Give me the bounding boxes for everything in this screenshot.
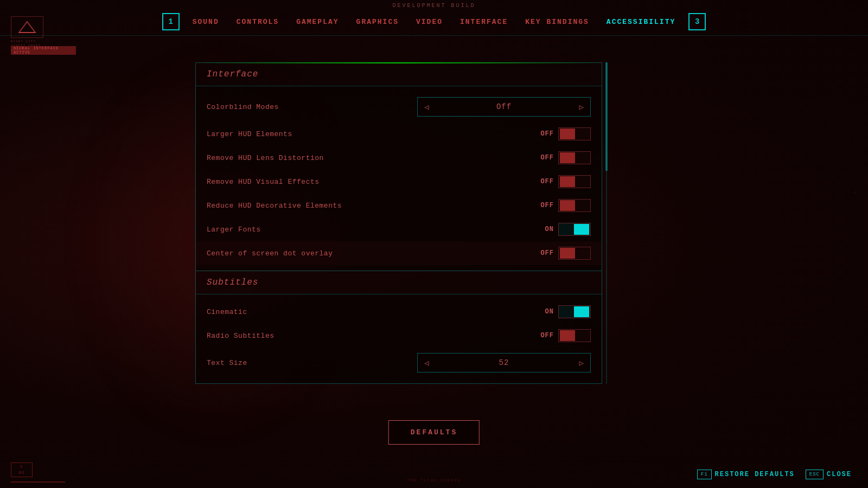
radio-subtitles-label: Radio Subtitles (207, 332, 538, 340)
text-size-value: 52 (435, 358, 572, 367)
nav-item-controls[interactable]: CONTROLS (228, 14, 288, 30)
colorblind-arrow-right[interactable]: ▷ (573, 98, 590, 116)
restore-defaults-label: Restore Defaults (715, 471, 795, 478)
nav-item-key-bindings[interactable]: KEY BINDINGS (516, 14, 598, 30)
bottom-action-bar: F1 Restore Defaults ESC Close (0, 461, 868, 488)
colorblind-label: Colorblind Modes (207, 103, 417, 111)
cinematic-toggle[interactable] (558, 305, 591, 318)
setting-row-larger-hud: Larger HUD Elements OFF (196, 122, 602, 146)
larger-hud-toggle-label: OFF (538, 130, 554, 138)
dev-build-label: DEVELOPMENT BUILD (392, 3, 475, 9)
colorblind-selector[interactable]: ◁ Off ▷ (417, 97, 591, 117)
hud-lens-control: OFF (538, 151, 591, 164)
section-subtitles: Subtitles Cinematic ON Radio Subtitles O… (195, 271, 602, 384)
nav-item-graphics[interactable]: GRAPHICS (348, 14, 407, 30)
text-size-arrow-left[interactable]: ◁ (418, 354, 435, 372)
section-interface: Interface Colorblind Modes ◁ Off ▷ Large… (195, 62, 602, 271)
section-subtitles-body: Cinematic ON Radio Subtitles OFF (196, 294, 602, 383)
radio-subtitles-thumb (560, 330, 575, 341)
larger-hud-toggle[interactable] (558, 127, 591, 140)
screen-dot-toggle-label: OFF (538, 249, 554, 257)
setting-row-hud-lens: Remove HUD Lens Distortion OFF (196, 146, 602, 170)
hud-visual-thumb (560, 176, 575, 187)
larger-hud-control: OFF (538, 127, 591, 140)
larger-fonts-thumb (574, 224, 589, 235)
nav-badge-1: 1 (162, 13, 180, 30)
top-left-bar: NEURAL INTERFACE ACTIVE (11, 46, 76, 55)
defaults-button-container: DEFAULTS (388, 420, 480, 445)
nav-item-video[interactable]: VIDEO (407, 14, 451, 30)
hud-deco-toggle[interactable] (558, 199, 591, 212)
colorblind-arrow-left[interactable]: ◁ (418, 98, 435, 116)
restore-defaults-key: F1 (697, 470, 712, 479)
setting-row-larger-fonts: Larger Fonts ON (196, 217, 602, 241)
hud-deco-control: OFF (538, 199, 591, 212)
setting-row-screen-dot: Center of screen dot overlay OFF (196, 241, 602, 265)
cinematic-label: Cinematic (207, 308, 538, 316)
larger-fonts-toggle[interactable] (558, 223, 591, 236)
top-navigation: DEVELOPMENT BUILD 1 SOUND CONTROLS GAMEP… (0, 0, 868, 36)
text-size-label: Text Size (207, 359, 417, 367)
scrollbar-thumb (605, 62, 608, 171)
screen-dot-label: Center of screen dot overlay (207, 249, 538, 258)
hud-visual-toggle-label: OFF (538, 178, 554, 185)
section-subtitles-header: Subtitles (196, 271, 602, 294)
screen-dot-control: OFF (538, 247, 591, 260)
text-size-arrow-right[interactable]: ▷ (573, 354, 590, 372)
right-decor-text: ◁ (852, 190, 857, 196)
right-decor: ◁ (852, 190, 857, 196)
setting-row-radio-subtitles: Radio Subtitles OFF (196, 324, 602, 348)
colorblind-value: Off (435, 102, 572, 111)
close-key: ESC (806, 470, 824, 479)
hud-lens-label: Remove HUD Lens Distortion (207, 154, 538, 162)
setting-row-colorblind: Colorblind Modes ◁ Off ▷ (196, 92, 602, 122)
nav-item-sound[interactable]: SOUND (184, 14, 228, 30)
radio-subtitles-toggle[interactable] (558, 329, 591, 342)
text-size-control: ◁ 52 ▷ (417, 353, 591, 373)
larger-fonts-label: Larger Fonts (207, 226, 538, 234)
radio-subtitles-toggle-label: OFF (538, 332, 554, 339)
panel-scrollbar[interactable] (604, 62, 609, 384)
hud-deco-toggle-label: OFF (538, 202, 554, 209)
larger-fonts-control: ON (538, 223, 591, 236)
section-interface-body: Colorblind Modes ◁ Off ▷ Larger HUD Elem… (196, 86, 602, 271)
hud-deco-thumb (560, 200, 575, 211)
setting-row-hud-deco: Reduce HUD Decorative Elements OFF (196, 194, 602, 217)
setting-row-text-size: Text Size ◁ 52 ▷ (196, 348, 602, 378)
section-interface-header: Interface (196, 63, 602, 86)
setting-row-hud-visual: Remove HUD Visual Effects OFF (196, 170, 602, 194)
larger-hud-label: Larger HUD Elements (207, 130, 538, 138)
hud-deco-label: Reduce HUD Decorative Elements (207, 202, 538, 210)
cinematic-thumb (574, 306, 589, 317)
colorblind-control: ◁ Off ▷ (417, 97, 591, 117)
hud-lens-toggle[interactable] (558, 151, 591, 164)
main-panel: Interface Colorblind Modes ◁ Off ▷ Large… (195, 62, 602, 384)
larger-fonts-toggle-label: ON (538, 226, 554, 233)
scrollbar-track (606, 62, 607, 384)
hud-visual-toggle[interactable] (558, 175, 591, 188)
nav-item-interface[interactable]: INTERFACE (451, 14, 516, 30)
nav-item-accessibility[interactable]: ACCESSIBILITY (598, 14, 684, 30)
hud-lens-toggle-label: OFF (538, 154, 554, 162)
nav-item-gameplay[interactable]: GAMEPLAY (288, 14, 347, 30)
hud-visual-control: OFF (538, 175, 591, 188)
close-label: Close (827, 471, 852, 478)
close-action[interactable]: ESC Close (806, 470, 852, 479)
screen-dot-toggle[interactable] (558, 247, 591, 260)
nav-items-container: 1 SOUND CONTROLS GAMEPLAY GRAPHICS VIDEO… (158, 13, 711, 30)
defaults-button[interactable]: DEFAULTS (388, 420, 480, 445)
cinematic-control: ON (538, 305, 591, 318)
panel-top-accent (195, 62, 602, 63)
hud-lens-thumb (560, 152, 575, 163)
restore-defaults-action[interactable]: F1 Restore Defaults (697, 470, 795, 479)
top-left-bar-text: NEURAL INTERFACE ACTIVE (14, 46, 73, 55)
nav-badge-3: 3 (688, 13, 706, 30)
radio-subtitles-control: OFF (538, 329, 591, 342)
larger-hud-thumb (560, 129, 575, 139)
hud-visual-label: Remove HUD Visual Effects (207, 178, 538, 186)
cinematic-toggle-label: ON (538, 308, 554, 316)
screen-dot-thumb (560, 248, 575, 259)
setting-row-cinematic: Cinematic ON (196, 300, 602, 324)
text-size-selector[interactable]: ◁ 52 ▷ (417, 353, 591, 373)
